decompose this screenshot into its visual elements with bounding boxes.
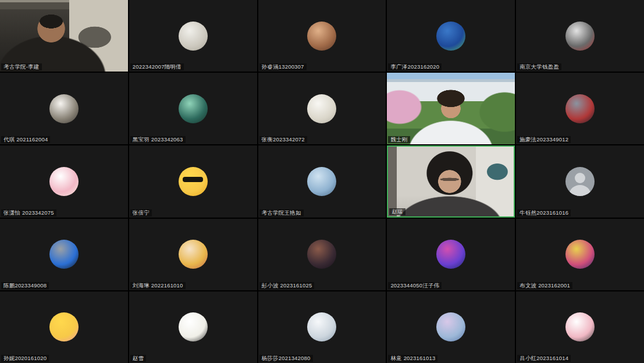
sunglasses-icon	[183, 177, 203, 182]
participant-tile[interactable]: 2022342007隋明倩	[129, 0, 257, 72]
participant-name: 张衡2023342072	[259, 136, 307, 143]
participant-name: 孙睿涵13200307	[259, 63, 307, 70]
participant-tile[interactable]: 张衡2023342072	[258, 73, 386, 144]
participant-tile[interactable]: 考古学院-李建	[0, 0, 128, 72]
bird-photo-avatar	[179, 94, 208, 123]
moon-gradient-avatar	[436, 312, 465, 341]
emoji-peach-avatar	[49, 312, 79, 341]
participant-name: 彭小波 2023161025	[259, 282, 315, 289]
smiley-sketch-avatar	[179, 312, 208, 341]
participant-name: 赵瑞	[389, 208, 405, 215]
participant-tile[interactable]: 牛钰然2023161016	[516, 145, 644, 217]
emoji-sunglasses-avatar	[179, 167, 208, 196]
video-feed	[387, 73, 515, 144]
participant-tile[interactable]: 彭小波 2023161025	[258, 219, 386, 290]
cloud-sketch-avatar	[307, 312, 336, 341]
sketch-portrait-avatar	[179, 22, 208, 51]
participant-tile[interactable]: 黑宝羽 2023342063	[129, 73, 257, 144]
participant-tile[interactable]: 林意 2023161013	[387, 291, 515, 363]
photo-portrait-avatar	[565, 22, 595, 51]
participant-name: 吕小红2023161014	[517, 355, 571, 362]
participant-tile[interactable]: 孙睿涵13200307	[258, 0, 386, 72]
participant-name: 魏士刚	[388, 136, 410, 143]
participant-name: 布文波 2023162001	[517, 282, 572, 289]
anime-group-avatar	[565, 240, 595, 269]
participant-name: 张潇怡 2023342075	[1, 209, 56, 216]
participant-name: 2022342007隋明倩	[130, 63, 184, 70]
tower-photo-avatar	[565, 94, 595, 123]
video-feed	[0, 0, 128, 72]
default-silhouette-avatar	[565, 167, 595, 196]
participant-tile[interactable]: 陈鹏2023349008	[0, 219, 128, 290]
participant-name: 陈鹏2023349008	[1, 282, 49, 289]
mech-letters-avatar	[49, 240, 79, 269]
participant-tile[interactable]: 张倍宁	[129, 145, 257, 217]
participant-tile[interactable]: 南京大学钱盈盈	[516, 0, 644, 72]
participant-name: 赵雪	[130, 355, 146, 362]
participant-tile[interactable]: 2023344050汪子伟	[387, 219, 515, 290]
participant-name: 2023344050汪子伟	[388, 282, 442, 289]
anime-art-avatar	[436, 240, 465, 269]
photo-portrait-avatar	[307, 22, 336, 51]
participant-tile[interactable]: 魏士刚	[387, 73, 515, 144]
participant-name: 代琪 2021162004	[1, 136, 50, 143]
participant-name: 李广泽2023162020	[388, 63, 442, 70]
meeting-gallery-grid: 考古学院-李建2022342007隋明倩孙睿涵13200307李广泽202316…	[0, 0, 644, 363]
participant-tile[interactable]: 杨莎莎2021342080	[258, 291, 386, 363]
participant-tile[interactable]: 刘海琳 2022161010	[129, 219, 257, 290]
participant-tile[interactable]: 赵瑞	[387, 145, 515, 217]
participant-name: 刘海琳 2022161010	[130, 282, 186, 289]
participant-tile[interactable]: 施豪法2023349012	[516, 73, 644, 144]
video-feed	[388, 147, 514, 216]
participant-name: 张倍宁	[130, 209, 152, 216]
participant-tile[interactable]: 考古学院王艳如	[258, 145, 386, 217]
participant-tile[interactable]: 布文波 2023162001	[516, 219, 644, 290]
sketch-portrait-avatar	[307, 94, 336, 123]
participant-tile[interactable]: 孙妮2020161020	[0, 291, 128, 363]
participant-tile[interactable]: 代琪 2021162004	[0, 73, 128, 144]
cartoon-cat-avatar	[565, 312, 595, 341]
participant-tile[interactable]: 赵雪	[129, 291, 257, 363]
participant-name: 施豪法2023349012	[517, 136, 571, 143]
person-silhouette-icon	[575, 173, 585, 183]
sketch-portrait-avatar	[49, 94, 79, 123]
participant-name: 考古学院-李建	[1, 63, 42, 70]
earth-photo-avatar	[436, 22, 465, 51]
participant-name: 南京大学钱盈盈	[517, 63, 561, 70]
person-silhouette-icon	[570, 185, 590, 196]
participant-tile[interactable]: 张潇怡 2023342075	[0, 145, 128, 217]
sky-birds-photo-avatar	[307, 167, 336, 196]
participant-tile[interactable]: 李广泽2023162020	[387, 0, 515, 72]
cartoon-girl-avatar	[179, 240, 208, 269]
participant-name: 林意 2023161013	[388, 355, 437, 362]
cartoon-seal-avatar	[49, 167, 79, 196]
participant-name: 杨莎莎2021342080	[259, 355, 313, 362]
participant-tile[interactable]: 吕小红2023161014	[516, 291, 644, 363]
participant-name: 孙妮2020161020	[1, 355, 49, 362]
participant-name: 考古学院王艳如	[259, 209, 304, 216]
participant-name: 牛钰然2023161016	[517, 209, 571, 216]
sunset-silhouette-avatar	[307, 240, 336, 269]
participant-name: 黑宝羽 2023342063	[130, 136, 186, 143]
